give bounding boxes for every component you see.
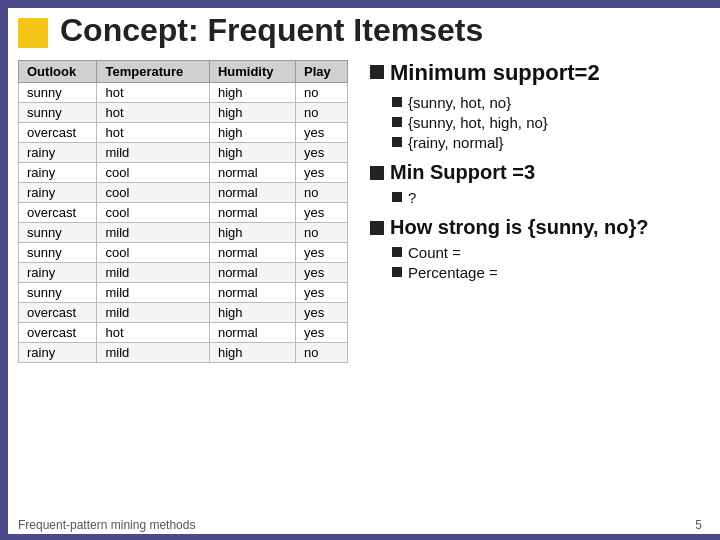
page-number: 5 <box>695 518 702 532</box>
how-strong-title: How strong is {sunny, no}? <box>370 216 710 239</box>
min-support-title: Minimum support=2 <box>370 60 710 86</box>
min-support-label: Minimum support=2 <box>390 60 600 86</box>
table-cell: cool <box>97 203 209 223</box>
table-cell: high <box>209 123 295 143</box>
table-cell: high <box>209 83 295 103</box>
table-cell: rainy <box>19 343 97 363</box>
list-item: {sunny, hot, high, no} <box>392 114 710 131</box>
table-cell: yes <box>296 263 348 283</box>
table-cell: high <box>209 103 295 123</box>
min-support3-title: Min Support =3 <box>370 161 710 184</box>
table-cell: no <box>296 83 348 103</box>
list-item: ? <box>392 189 710 206</box>
table-row: sunnymildnormalyes <box>19 283 348 303</box>
min-support3-section: Min Support =3 ? <box>370 161 710 206</box>
table-row: sunnycoolnormalyes <box>19 243 348 263</box>
table-header: Humidity <box>209 61 295 83</box>
table-cell: mild <box>97 223 209 243</box>
bullet-icon-3 <box>370 221 384 235</box>
left-panel: OutlookTemperatureHumidityPlay sunnyhoth… <box>18 60 378 363</box>
table-row: overcasthotnormalyes <box>19 323 348 343</box>
data-table: OutlookTemperatureHumidityPlay sunnyhoth… <box>18 60 348 363</box>
table-row: sunnyhothighno <box>19 83 348 103</box>
table-cell: yes <box>296 123 348 143</box>
table-cell: normal <box>209 263 295 283</box>
table-cell: normal <box>209 323 295 343</box>
table-cell: rainy <box>19 183 97 203</box>
table-row: sunnyhothighno <box>19 103 348 123</box>
table-cell: no <box>296 183 348 203</box>
footer: Frequent-pattern mining methods 5 <box>0 518 720 532</box>
bullet-sm-icon <box>392 117 402 127</box>
table-cell: no <box>296 343 348 363</box>
table-cell: cool <box>97 163 209 183</box>
table-cell: high <box>209 343 295 363</box>
footer-bar <box>0 534 720 540</box>
bullet-icon <box>370 65 384 79</box>
list-item: Percentage = <box>392 264 710 281</box>
yellow-square-decoration <box>18 18 48 48</box>
table-cell: overcast <box>19 303 97 323</box>
table-cell: overcast <box>19 123 97 143</box>
table-cell: no <box>296 223 348 243</box>
table-row: rainymildhighyes <box>19 143 348 163</box>
bullet-sm-icon <box>392 192 402 202</box>
table-cell: high <box>209 143 295 163</box>
table-cell: hot <box>97 323 209 343</box>
table-cell: normal <box>209 183 295 203</box>
top-bar <box>0 0 720 8</box>
footer-text: Frequent-pattern mining methods <box>18 518 195 532</box>
table-cell: rainy <box>19 163 97 183</box>
how-strong-label: How strong is {sunny, no}? <box>390 216 649 239</box>
table-cell: hot <box>97 83 209 103</box>
table-cell: mild <box>97 143 209 163</box>
table-header: Temperature <box>97 61 209 83</box>
table-cell: sunny <box>19 223 97 243</box>
table-cell: cool <box>97 183 209 203</box>
bullet-sm-icon <box>392 247 402 257</box>
min-support-section: Minimum support=2 {sunny, hot, no}{sunny… <box>370 60 710 151</box>
bullet-sm-icon <box>392 267 402 277</box>
table-cell: yes <box>296 323 348 343</box>
table-header: Outlook <box>19 61 97 83</box>
table-row: rainycoolnormalno <box>19 183 348 203</box>
table-cell: sunny <box>19 243 97 263</box>
table-cell: no <box>296 103 348 123</box>
table-cell: normal <box>209 203 295 223</box>
table-cell: yes <box>296 143 348 163</box>
how-strong-items: Count =Percentage = <box>392 244 710 281</box>
table-cell: yes <box>296 243 348 263</box>
table-cell: sunny <box>19 103 97 123</box>
table-cell: cool <box>97 243 209 263</box>
table-cell: mild <box>97 303 209 323</box>
table-cell: normal <box>209 163 295 183</box>
table-row: overcasthothighyes <box>19 123 348 143</box>
table-cell: mild <box>97 283 209 303</box>
min-support3-label: Min Support =3 <box>390 161 535 184</box>
min-support3-items: ? <box>392 189 710 206</box>
table-cell: high <box>209 303 295 323</box>
table-cell: normal <box>209 283 295 303</box>
list-item: {sunny, hot, no} <box>392 94 710 111</box>
table-cell: hot <box>97 103 209 123</box>
bullet-sm-icon <box>392 97 402 107</box>
table-cell: sunny <box>19 283 97 303</box>
how-strong-section: How strong is {sunny, no}? Count =Percen… <box>370 216 710 281</box>
table-header: Play <box>296 61 348 83</box>
table-cell: high <box>209 223 295 243</box>
page-title: Concept: Frequent Itemsets <box>60 12 483 49</box>
left-bar <box>0 0 8 540</box>
right-panel: Minimum support=2 {sunny, hot, no}{sunny… <box>370 60 710 291</box>
table-cell: mild <box>97 263 209 283</box>
table-row: sunnymildhighno <box>19 223 348 243</box>
min-support-items: {sunny, hot, no}{sunny, hot, high, no}{r… <box>392 94 710 151</box>
table-row: overcastcoolnormalyes <box>19 203 348 223</box>
list-item: Count = <box>392 244 710 261</box>
table-cell: sunny <box>19 83 97 103</box>
table-cell: normal <box>209 243 295 263</box>
table-cell: yes <box>296 283 348 303</box>
table-cell: yes <box>296 203 348 223</box>
table-cell: hot <box>97 123 209 143</box>
table-cell: mild <box>97 343 209 363</box>
table-cell: rainy <box>19 263 97 283</box>
